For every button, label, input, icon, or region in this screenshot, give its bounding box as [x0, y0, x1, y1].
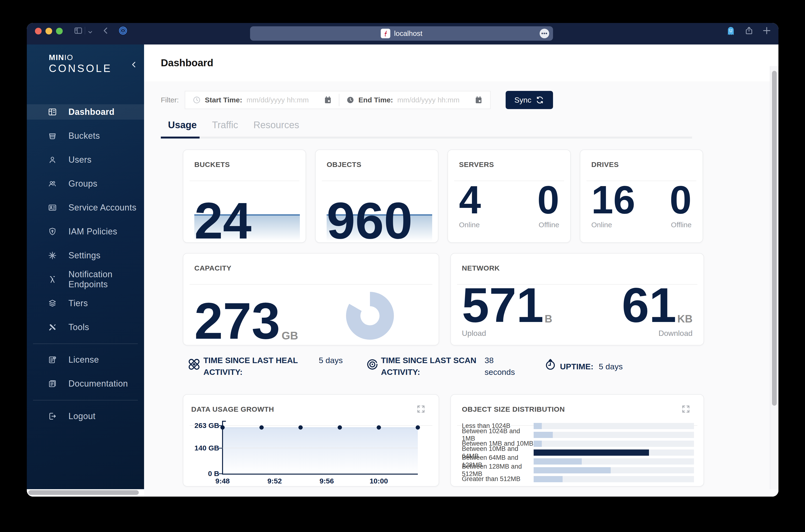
sidebar-item-documentation[interactable]: Documentation [27, 376, 144, 391]
servers-online-count: 4 [459, 184, 481, 215]
logo-io: IO [64, 53, 73, 62]
bar-fill [533, 441, 542, 447]
sidebar-item-label: License [69, 355, 99, 365]
bar-track [533, 450, 694, 456]
tab-resources[interactable]: Resources [254, 120, 299, 137]
address-bar[interactable]: localhost ••• [250, 26, 553, 41]
sidebar-item-service-accounts[interactable]: Service Accounts [27, 200, 144, 215]
bar-fill [533, 450, 649, 456]
download-label: Download [658, 329, 693, 338]
sidebar-item-license[interactable]: License [27, 352, 144, 367]
end-time-label: End Time: [358, 96, 393, 104]
traffic-light-zoom[interactable] [56, 28, 63, 35]
sidebar-item-buckets[interactable]: Buckets [27, 128, 144, 144]
sidebar-item-label: Service Accounts [69, 203, 136, 213]
area-fill [223, 428, 418, 474]
sidebar-item-users[interactable]: Users [27, 152, 144, 168]
tab-traffic[interactable]: Traffic [212, 120, 238, 137]
clock-filled-icon [346, 96, 355, 104]
download-unit: KB [677, 314, 693, 324]
download-value: 61 [622, 286, 676, 324]
page-options-icon[interactable]: ••• [540, 29, 549, 38]
sidebar-item-iam-policies[interactable]: IAM Policies [27, 224, 144, 239]
online-label: Online [591, 221, 635, 229]
x-tick-label: 9:48 [216, 477, 230, 485]
servers-offline-count: 0 [537, 184, 559, 215]
tab-usage[interactable]: Usage [168, 120, 197, 137]
heal-icon [187, 357, 201, 371]
sidebar-item-label: Tools [69, 322, 89, 332]
sidebar-toggle-icon[interactable] [73, 26, 83, 35]
sidebar-item-tools[interactable]: Tools [27, 320, 144, 335]
clock-icon [192, 96, 201, 104]
scan-icon [366, 358, 379, 371]
sidebar-item-settings[interactable]: Settings [27, 248, 144, 263]
uptime-icon [544, 358, 557, 371]
uptime-value: 5 days [599, 361, 623, 373]
upload-unit: B [545, 314, 552, 324]
sidebar-item-label: Groups [69, 179, 97, 189]
expand-icon[interactable] [416, 404, 426, 414]
sidebar-item-logout[interactable]: Logout [27, 408, 144, 424]
sync-button[interactable]: Sync [506, 91, 553, 109]
collapse-sidebar-icon[interactable] [130, 60, 138, 69]
buckets-count: 24 [194, 200, 251, 241]
traffic-light-minimize[interactable] [45, 28, 52, 35]
sidebar-divider [33, 400, 138, 400]
uptime-label: UPTIME: [560, 361, 594, 373]
sidebar-item-notification-endpoints[interactable]: Notification Endpoints [27, 272, 144, 287]
offline-label: Offline [671, 221, 692, 229]
bar-track [533, 423, 694, 429]
screen: localhost ••• MINIO CONSOLE DashboardBuc… [0, 0, 805, 532]
page-header: Dashboard [144, 44, 779, 81]
card-title: OBJECTS [326, 160, 361, 169]
ghostery-icon[interactable] [726, 26, 736, 36]
sidebar: MINIO CONSOLE DashboardBucketsUsersGroup… [27, 44, 144, 489]
logo-min: MIN [49, 53, 64, 62]
calendar-icon[interactable] [323, 96, 332, 104]
bar-track [533, 441, 694, 447]
url-text: localhost [394, 30, 423, 38]
sidebar-item-label: Notification Endpoints [69, 269, 144, 289]
sidebar-divider [33, 343, 138, 344]
onepassword-icon[interactable] [118, 26, 128, 35]
traffic-light-close[interactable] [35, 28, 42, 35]
horizontal-scrollbar[interactable] [28, 490, 139, 495]
objects-count: 960 [326, 200, 413, 241]
share-icon[interactable] [744, 26, 754, 35]
end-time-input[interactable]: mm/dd/yyyy hh:mm [397, 96, 474, 104]
sidebar-item-label: Settings [69, 250, 100, 261]
sidebar-item-tiers[interactable]: Tiers [27, 296, 144, 311]
chevron-down-icon[interactable] [87, 27, 94, 37]
card-title: CAPACITY [194, 264, 231, 272]
object-size-distribution-card: OBJECT SIZE DISTRIBUTION Less than 1024B… [450, 394, 704, 487]
sidebar-item-label: Dashboard [69, 107, 115, 117]
license-icon [48, 355, 57, 364]
data-point [220, 425, 225, 430]
minio-console-logo: MINIO CONSOLE [49, 53, 112, 74]
sync-icon [535, 95, 544, 104]
start-time-input[interactable]: mm/dd/yyyy hh:mm [246, 96, 323, 104]
tools-icon [48, 323, 57, 332]
chart-title: OBJECT SIZE DISTRIBUTION [462, 405, 565, 413]
x-tick-label: 10:00 [370, 477, 388, 485]
bar-fill [533, 476, 563, 482]
sidebar-item-groups[interactable]: Groups [27, 176, 144, 191]
sync-label: Sync [514, 96, 531, 104]
expand-icon[interactable] [681, 404, 691, 414]
back-icon[interactable] [101, 26, 111, 35]
upload-label: Upload [462, 329, 552, 338]
plus-icon[interactable] [762, 26, 771, 35]
service-accounts-icon [48, 203, 57, 212]
data-point [416, 425, 420, 430]
page-title: Dashboard [161, 57, 213, 69]
filter-label: Filter: [161, 96, 185, 104]
bar-fill [533, 432, 553, 438]
sidebar-item-label: Tiers [69, 298, 88, 308]
bar-chart: Less than 1024BBetween 1024B and 1MBBetw… [462, 421, 694, 483]
vertical-scrollbar[interactable] [772, 71, 777, 406]
groups-icon [48, 179, 57, 188]
data-point [259, 425, 264, 430]
sidebar-item-dashboard[interactable]: Dashboard [27, 104, 144, 120]
calendar-icon[interactable] [474, 96, 483, 104]
